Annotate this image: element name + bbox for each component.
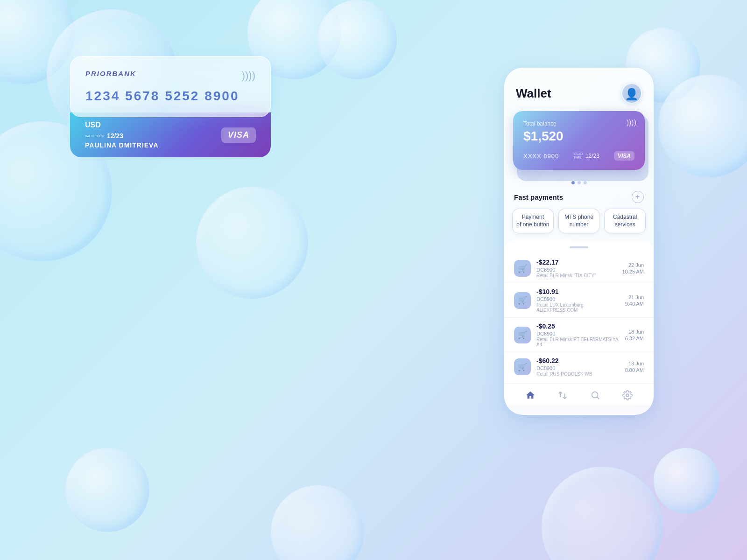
bank-name: PRIORBANK: [85, 70, 255, 77]
transaction-info: -$10.91 DC8900 Retail LUX Luxemburg ALIE…: [536, 288, 620, 313]
transaction-code: DC8900: [536, 365, 620, 371]
transaction-date: 13 Jun: [625, 361, 644, 366]
transaction-desc: Retail LUX Luxemburg ALIEXPRESS.COM: [536, 302, 620, 313]
balance-amount: $1,520: [523, 129, 634, 144]
nav-settings-button[interactable]: [622, 390, 633, 400]
visa-logo: VISA: [221, 127, 256, 143]
svg-point-0: [592, 392, 598, 398]
mini-card-valid-label: VALIDTHRU: [573, 152, 583, 160]
transaction-amount: -$60.22: [536, 357, 620, 364]
nfc-icon: )))): [242, 70, 255, 82]
card-number: 1234 5678 5252 8900: [85, 89, 255, 104]
payment-one-button[interactable]: Paymentof one button: [512, 209, 554, 233]
search-icon: [590, 390, 600, 400]
transaction-item[interactable]: 🛒 -$60.22 DC8900 Retail RUS PODOLSK WB 1…: [505, 352, 653, 381]
transaction-desc: Retail RUS PODOLSK WB: [536, 371, 620, 377]
cadastral-services-button[interactable]: Cadastralservices: [604, 209, 646, 233]
valid-thru-label: VALID THRU: [85, 134, 104, 138]
transaction-hour: 8.00 AM: [625, 367, 644, 373]
add-payment-button[interactable]: +: [632, 191, 644, 203]
drag-handle: [570, 246, 588, 248]
bubble-decor-7: [65, 448, 149, 532]
fast-payments-list: Paymentof one button MTS phonenumber Cad…: [505, 209, 653, 237]
transaction-icon: 🛒: [514, 292, 531, 309]
mts-phone-button[interactable]: MTS phonenumber: [558, 209, 600, 233]
transaction-desc: Retail BLR Minsk PT BELFARMATSIYA A4: [536, 337, 620, 347]
nav-home-button[interactable]: [525, 390, 536, 400]
mini-card-expiry: 12/23: [585, 153, 599, 159]
transaction-time: 18 Jun 6.32 AM: [625, 329, 644, 341]
transaction-item[interactable]: 🛒 -$10.91 DC8900 Retail LUX Luxemburg AL…: [505, 283, 653, 318]
card-expiry: 12/23: [107, 132, 123, 140]
transaction-date: 18 Jun: [625, 329, 644, 335]
card-bottom-section: USD VALID THRU 12/23 PAULINA DMITRIEVA V…: [70, 112, 271, 157]
transfer-icon: [557, 390, 568, 400]
cardholder-name: PAULINA DMITRIEVA: [85, 141, 159, 149]
large-credit-card: PRIORBANK )))) 1234 5678 5252 8900 USD V…: [70, 56, 271, 157]
bubble-decor-8: [271, 485, 364, 560]
transaction-time: 13 Jun 8.00 AM: [625, 361, 644, 373]
mini-card-valid-row: VALIDTHRU 12/23: [573, 152, 599, 160]
bubble-decor-11: [654, 448, 719, 513]
transaction-hour: 10.25 AM: [622, 269, 644, 274]
balance-label: Total balance: [523, 120, 634, 127]
card-nfc-icon: )))): [627, 119, 636, 127]
transaction-amount: -$10.91: [536, 288, 620, 295]
home-icon: [525, 390, 536, 400]
transaction-item[interactable]: 🛒 -$22.17 DC8900 Retail BLR Minsk "TIX.C…: [505, 254, 653, 283]
card-pagination-dots: [505, 181, 653, 184]
card-currency-info: USD VALID THRU 12/23 PAULINA DMITRIEVA: [85, 121, 159, 149]
wallet-title: Wallet: [516, 86, 551, 101]
transaction-info: -$60.22 DC8900 Retail RUS PODOLSK WB: [536, 357, 620, 377]
transaction-time: 21 Jun 9.40 AM: [625, 294, 644, 307]
bottom-nav: [505, 383, 653, 405]
transaction-hour: 6.32 AM: [625, 336, 644, 341]
transaction-amount: -$22.17: [536, 259, 617, 266]
transaction-code: DC8900: [536, 267, 617, 273]
svg-point-1: [627, 394, 629, 397]
dot-2[interactable]: [578, 181, 581, 184]
card-currency: USD: [85, 121, 159, 129]
avatar[interactable]: 👤: [621, 83, 642, 104]
transaction-date: 22 Jun: [622, 262, 644, 268]
bubble-decor-4: [317, 0, 397, 79]
transaction-code: DC8900: [536, 331, 620, 336]
transaction-item[interactable]: 🛒 -$0.25 DC8900 Retail BLR Minsk PT BELF…: [505, 318, 653, 352]
phone-mockup: Wallet 👤 )))) Total balance $1,520 XXXX …: [504, 68, 654, 415]
mini-card-number: XXXX 8900: [523, 153, 559, 160]
transaction-time: 22 Jun 10.25 AM: [622, 262, 644, 274]
transaction-info: -$0.25 DC8900 Retail BLR Minsk PT BELFAR…: [536, 322, 620, 347]
bubble-decor-12: [542, 467, 663, 560]
nav-search-button[interactable]: [590, 390, 600, 400]
app-header: Wallet 👤: [505, 68, 653, 111]
card-top-section: PRIORBANK )))) 1234 5678 5252 8900: [70, 56, 271, 117]
transaction-icon: 🛒: [514, 260, 531, 277]
transaction-amount: -$0.25: [536, 322, 620, 330]
transaction-info: -$22.17 DC8900 Retail BLR Minsk "TIX.CIT…: [536, 259, 617, 278]
transaction-date: 21 Jun: [625, 294, 644, 300]
fast-payments-header: Fast payments +: [505, 191, 653, 209]
transaction-desc: Retail BLR Minsk "TIX.CITY": [536, 273, 617, 278]
card-bottom-row: XXXX 8900 VALIDTHRU 12/23 VISA: [523, 151, 634, 161]
transaction-icon: 🛒: [514, 327, 531, 343]
fast-payments-title: Fast payments: [514, 193, 563, 201]
transaction-hour: 9.40 AM: [625, 301, 644, 307]
mini-visa-logo: VISA: [614, 151, 634, 161]
transaction-icon: 🛒: [514, 358, 531, 375]
bubble-decor-6: [196, 187, 308, 299]
nav-transfer-button[interactable]: [557, 390, 568, 400]
settings-icon: [622, 390, 633, 400]
transactions-area: 🛒 -$22.17 DC8900 Retail BLR Minsk "TIX.C…: [505, 241, 653, 405]
avatar-image: 👤: [625, 88, 639, 101]
mini-card-container: )))) Total balance $1,520 XXXX 8900 VALI…: [505, 111, 653, 177]
mini-card[interactable]: )))) Total balance $1,520 XXXX 8900 VALI…: [513, 111, 645, 170]
dot-1[interactable]: [571, 181, 575, 184]
dot-3[interactable]: [584, 181, 587, 184]
transaction-code: DC8900: [536, 296, 620, 302]
